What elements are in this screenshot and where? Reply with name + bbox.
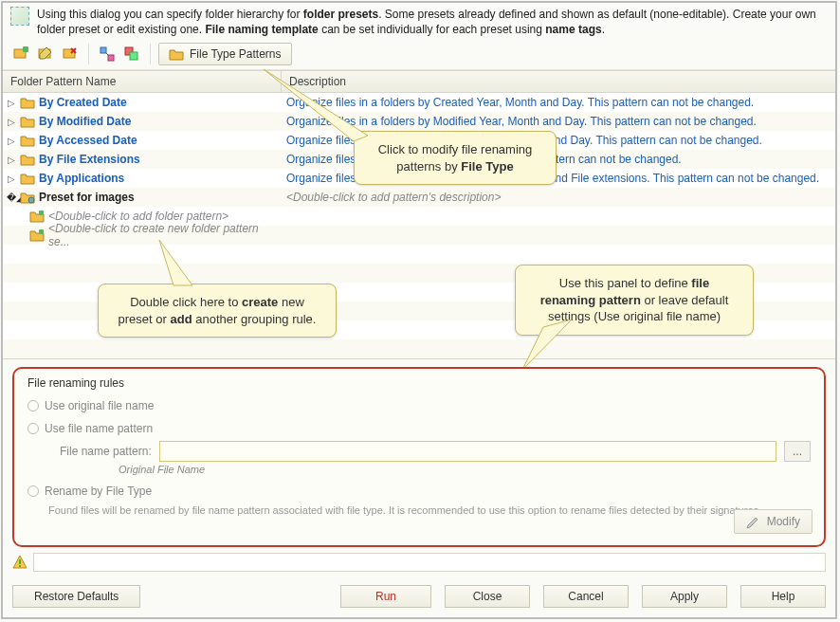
close-button[interactable]: Close — [445, 585, 530, 608]
preset-desc: Organize files in a folders by Modified … — [281, 115, 835, 128]
col-header-desc[interactable]: Description — [281, 71, 835, 92]
apply-button[interactable]: Apply — [642, 585, 727, 608]
t: or leave default — [641, 293, 729, 307]
folder-gear-icon — [169, 46, 184, 62]
delete-preset-icon[interactable] — [60, 44, 81, 64]
t: settings (Use original file name) — [548, 309, 721, 323]
pattern-input[interactable] — [159, 441, 776, 462]
add-pattern-set[interactable]: <Double-click to create new folder patte… — [48, 222, 277, 248]
opt-rename-by-type[interactable]: Rename by File Type — [27, 485, 811, 498]
t: folder presets — [303, 8, 378, 21]
collapse-icon[interactable]: �◢ — [7, 192, 16, 203]
panel-legend: File renaming rules — [27, 376, 124, 390]
radio-icon — [27, 485, 39, 497]
folder-gear-icon — [20, 191, 35, 204]
svg-rect-11 — [19, 559, 21, 564]
info-text: Using this dialog you can specify folder… — [37, 7, 828, 37]
info-icon — [10, 7, 29, 26]
folder-icon — [20, 172, 35, 185]
toolbar: File Type Patterns — [3, 39, 835, 70]
t: create — [242, 295, 278, 309]
add-folder-pattern[interactable]: <Double-click to add folder pattern> — [48, 210, 228, 223]
preset-name: By Accessed Date — [39, 134, 137, 147]
cancel-button[interactable]: Cancel — [543, 585, 629, 608]
modify-label: Modify — [767, 515, 800, 528]
t: renaming pattern — [540, 293, 641, 307]
new-preset-icon[interactable] — [10, 44, 31, 64]
callout-double-click: Double click here to create new preset o… — [98, 284, 337, 338]
col-header-name[interactable]: Folder Pattern Name — [3, 71, 281, 92]
expand-icon[interactable]: ▷ — [7, 136, 16, 146]
folder-plus-icon — [29, 210, 45, 223]
preset-name: Preset for images — [39, 191, 135, 204]
folder-icon — [20, 153, 35, 166]
modify-button[interactable]: Modify — [734, 509, 813, 534]
radio-icon — [27, 423, 39, 434]
svg-rect-1 — [23, 46, 28, 52]
t: File Type — [461, 159, 513, 174]
expand-icon[interactable]: ▷ — [7, 98, 16, 108]
preset-desc[interactable]: <Double-click to add pattern's descripti… — [281, 191, 835, 204]
folder-icon — [20, 115, 35, 128]
svg-rect-10 — [39, 229, 44, 234]
svg-rect-9 — [39, 210, 44, 215]
expand-icon[interactable]: ▷ — [7, 155, 16, 165]
t: new — [278, 295, 303, 309]
warning-bar — [33, 553, 826, 572]
patterns-label: File Type Patterns — [190, 47, 282, 61]
t: add — [170, 312, 192, 326]
callout-rename-panel: Use this panel to define file renaming p… — [515, 265, 754, 336]
table-row[interactable]: ▷By Modified DateOrganize files in a fol… — [3, 112, 835, 131]
t: file — [691, 276, 709, 290]
t: . — [602, 23, 605, 36]
t: patterns by — [396, 159, 461, 174]
file-renaming-panel: File renaming rules Use original file na… — [12, 367, 826, 547]
t: Click to modify file renaming — [378, 142, 533, 156]
table-row[interactable]: ▷By Created DateOrganize files in a fold… — [3, 93, 835, 112]
t: Using this dialog you can specify folder… — [37, 8, 303, 21]
table-row-empty — [3, 339, 835, 358]
t: preset or — [119, 312, 171, 326]
preset-name: By Created Date — [39, 96, 127, 109]
restore-defaults-button[interactable]: Restore Defaults — [12, 585, 140, 608]
expand-icon[interactable]: ▷ — [7, 174, 16, 184]
file-type-patterns-button[interactable]: File Type Patterns — [158, 43, 292, 65]
t: File naming template — [205, 23, 318, 36]
pencil-icon — [746, 514, 761, 529]
t: can be set individually for each preset … — [319, 23, 545, 36]
radio-icon — [27, 400, 39, 412]
divider — [88, 44, 89, 64]
folder-icon — [20, 96, 35, 109]
opt-use-pattern[interactable]: Use file name pattern — [27, 422, 811, 435]
help-button[interactable]: Help — [740, 585, 826, 608]
pattern-label: File name pattern: — [60, 445, 152, 458]
opt-label: Use file name pattern — [45, 422, 153, 435]
copy-icon[interactable] — [121, 44, 142, 64]
rename-note: Found files will be renamed by file name… — [48, 503, 769, 518]
opt-label: Rename by File Type — [45, 485, 152, 498]
edit-preset-icon[interactable] — [35, 44, 56, 64]
svg-rect-7 — [130, 52, 137, 60]
opt-original-name[interactable]: Use original file name — [27, 399, 811, 412]
run-button[interactable]: Run — [340, 585, 431, 608]
warning-icon — [12, 555, 27, 570]
t: name tags — [545, 23, 601, 36]
preset-name: By Modified Date — [39, 115, 131, 128]
folder-plus-icon — [29, 229, 45, 242]
t: Use this panel to define — [559, 276, 691, 290]
svg-point-8 — [28, 197, 34, 203]
table-row[interactable]: <Double-click to create new folder patte… — [3, 226, 835, 245]
table-row[interactable]: �◢Preset for images<Double-click to add … — [3, 188, 835, 207]
preset-name: By Applications — [39, 172, 124, 185]
original-file-name-label: Original File Name — [119, 464, 811, 475]
link-icon[interactable] — [97, 44, 118, 64]
expand-icon[interactable]: ▷ — [7, 117, 16, 127]
svg-rect-12 — [19, 565, 21, 567]
t: Double click here to — [130, 295, 242, 309]
folder-icon — [20, 134, 35, 147]
preset-name: By File Extensions — [39, 153, 140, 166]
pattern-browse-button[interactable]: ... — [784, 441, 811, 462]
opt-label: Use original file name — [45, 399, 154, 412]
callout-file-type: Click to modify file renaming patterns b… — [354, 131, 557, 185]
t: another grouping rule. — [192, 312, 317, 326]
